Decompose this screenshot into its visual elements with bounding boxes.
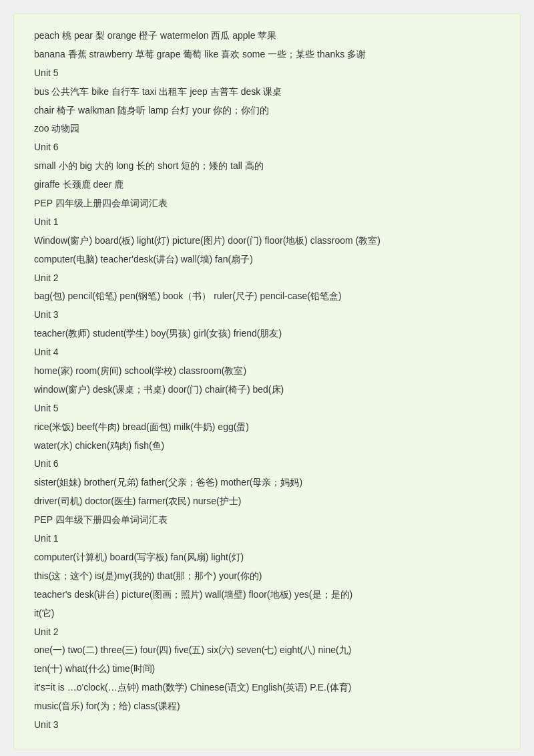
pep-header: PEP 四年级下册四会单词词汇表 [34, 512, 500, 529]
text-line: window(窗户) desk(课桌；书桌) door(门) chair(椅子)… [34, 381, 500, 399]
text-line: Window(窗户) board(板) light(灯) picture(图片)… [34, 232, 500, 250]
unit-header: Unit 5 [34, 400, 500, 417]
content-box: peach 桃 pear 梨 orange 橙子 watermelon 西瓜 a… [13, 13, 521, 749]
unit-header: Unit 6 [34, 455, 500, 473]
text-line: bus 公共汽车 bike 自行车 taxi 出租车 jeep 吉普车 desk… [34, 83, 500, 101]
unit-header: Unit 5 [34, 65, 500, 82]
text-line: giraffe 长颈鹿 deer 鹿 [34, 176, 500, 194]
text-line: peach 桃 pear 梨 orange 橙子 watermelon 西瓜 a… [34, 27, 500, 45]
text-line: computer(电脑) teacher'desk(讲台) wall(墙) fa… [34, 251, 500, 268]
unit-header: Unit 6 [34, 139, 500, 156]
text-line: sister(姐妹) brother(兄弟) father(父亲；爸爸) mot… [34, 474, 500, 492]
unit-header: Unit 3 [34, 717, 500, 734]
text-line: water(水) chicken(鸡肉) fish(鱼) [34, 437, 500, 455]
unit-header: Unit 3 [34, 307, 500, 324]
unit-header: Unit 1 [34, 530, 500, 548]
unit-header: Unit 2 [34, 270, 500, 287]
unit-header: Unit 4 [34, 344, 500, 361]
text-line: music(音乐) for(为；给) class(课程) [34, 698, 500, 715]
text-line: computer(计算机) board(写字板) fan(风扇) light(灯… [34, 549, 500, 566]
text-line: driver(司机) doctor(医生) farmer(农民) nurse(护… [34, 493, 500, 510]
text-line: banana 香蕉 strawberry 草莓 grape 葡萄 like 喜欢… [34, 46, 500, 63]
unit-header: Unit 2 [34, 624, 500, 641]
pep-header: PEP 四年级上册四会单词词汇表 [34, 195, 500, 212]
text-line: home(家) room(房间) school(学校) classroom(教室… [34, 363, 500, 380]
lines-container: peach 桃 pear 梨 orange 橙子 watermelon 西瓜 a… [34, 27, 500, 734]
text-line: it(它) [34, 605, 500, 622]
text-line: bag(包) pencil(铅笔) pen(钢笔) book（书） ruler(… [34, 288, 500, 305]
text-line: rice(米饭) beef(牛肉) bread(面包) milk(牛奶) egg… [34, 419, 500, 436]
text-line: teacher(教师) student(学生) boy(男孩) girl(女孩)… [34, 325, 500, 343]
text-line: small 小的 big 大的 long 长的 short 短的；矮的 tall… [34, 158, 500, 175]
text-line: it's=it is …o'clock(…点钟) math(数学) Chines… [34, 679, 500, 697]
text-line: zoo 动物园 [34, 120, 500, 138]
page-container: peach 桃 pear 梨 orange 橙子 watermelon 西瓜 a… [0, 0, 534, 756]
text-line: ten(十) what(什么) time(时间) [34, 660, 500, 678]
text-line: teacher's desk(讲台) picture(图画；照片) wall(墙… [34, 586, 500, 604]
unit-header: Unit 1 [34, 214, 500, 231]
text-line: chair 椅子 walkman 随身听 lamp 台灯 your 你的；你们的 [34, 102, 500, 120]
text-line: this(这；这个) is(是)my(我的) that(那；那个) your(你… [34, 568, 500, 585]
text-line: one(一) two(二) three(三) four(四) five(五) s… [34, 642, 500, 659]
